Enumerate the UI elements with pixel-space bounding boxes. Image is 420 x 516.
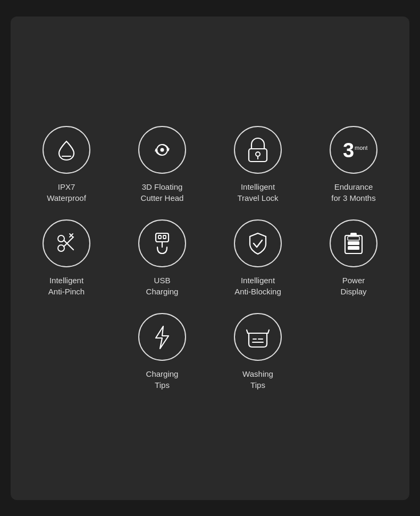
svg-point-11 xyxy=(58,245,64,251)
feature-power-display: Power Display xyxy=(330,219,377,297)
feature-charging-tips: Charging Tips xyxy=(138,313,186,391)
anti-blocking-icon-circle xyxy=(234,219,282,267)
charging-tips-label: Charging Tips xyxy=(146,368,179,391)
washing-tips-icon-circle xyxy=(234,313,282,361)
feature-washing-tips: Washing Tips xyxy=(234,313,282,391)
washing-tips-label: Washing Tips xyxy=(242,368,273,391)
endurance-label: Endurance for 3 Months xyxy=(331,181,375,204)
svg-line-28 xyxy=(268,330,269,333)
feature-endurance: 3 months Endurance for 3 Months xyxy=(330,126,377,204)
cutter-head-icon xyxy=(149,137,175,163)
feature-card: IPX7 Waterproof 3D Floating Cutter H xyxy=(11,16,409,500)
feature-travel-lock: Intelligent Travel Lock xyxy=(234,126,282,204)
svg-rect-22 xyxy=(348,246,359,250)
svg-text:3: 3 xyxy=(343,139,354,162)
feature-row-1: IPX7 Waterproof 3D Floating Cutter H xyxy=(21,126,399,204)
feature-usb-charging: USB Charging xyxy=(138,219,186,297)
lock-icon xyxy=(246,137,270,163)
usb-icon xyxy=(150,230,174,257)
svg-point-4 xyxy=(161,148,164,151)
svg-point-10 xyxy=(58,235,64,242)
endurance-icon-circle: 3 months xyxy=(330,126,377,174)
svg-line-27 xyxy=(247,330,248,333)
scissors-icon xyxy=(54,231,79,256)
ipx7-icon-circle xyxy=(43,126,90,174)
svg-text:months: months xyxy=(355,145,367,151)
power-display-icon-circle xyxy=(330,219,377,267)
anti-pinch-label: Intelligent Anti-Pinch xyxy=(48,275,85,297)
svg-rect-18 xyxy=(163,235,166,239)
wash-icon xyxy=(246,325,270,349)
feature-cutter-head: 3D Floating Cutter Head xyxy=(138,126,186,204)
feature-ipx7-waterproof: IPX7 Waterproof xyxy=(43,126,90,204)
shield-check-icon xyxy=(246,231,270,256)
travel-lock-label: Intelligent Travel Lock xyxy=(238,181,279,204)
feature-anti-blocking: Intelligent Anti-Blocking xyxy=(234,219,282,297)
feature-row-3: Charging Tips Washing Tip xyxy=(21,313,399,391)
svg-rect-21 xyxy=(350,233,357,236)
waterproof-icon xyxy=(55,138,78,162)
3months-icon: 3 months xyxy=(340,138,367,162)
charging-tips-icon-circle xyxy=(138,313,186,361)
usb-charging-icon-circle xyxy=(138,219,186,267)
battery-icon xyxy=(343,230,364,257)
svg-marker-25 xyxy=(156,326,169,349)
anti-pinch-icon-circle xyxy=(43,219,90,267)
svg-point-6 xyxy=(256,152,260,156)
lightning-icon xyxy=(150,324,174,350)
ipx7-label: IPX7 Waterproof xyxy=(47,181,86,204)
feature-anti-pinch: Intelligent Anti-Pinch xyxy=(43,219,90,297)
cutter-head-icon-circle xyxy=(138,126,186,174)
feature-row-2: Intelligent Anti-Pinch USB Charging xyxy=(21,219,399,297)
cutter-head-label: 3D Floating Cutter Head xyxy=(141,181,184,204)
svg-rect-17 xyxy=(158,235,161,239)
anti-blocking-label: Intelligent Anti-Blocking xyxy=(234,275,281,297)
power-display-label: Power Display xyxy=(340,275,366,297)
travel-lock-icon-circle xyxy=(234,126,282,174)
svg-rect-23 xyxy=(348,241,359,245)
svg-rect-24 xyxy=(348,236,359,240)
svg-rect-5 xyxy=(249,149,267,162)
svg-rect-16 xyxy=(156,233,169,242)
usb-charging-label: USB Charging xyxy=(146,275,179,297)
